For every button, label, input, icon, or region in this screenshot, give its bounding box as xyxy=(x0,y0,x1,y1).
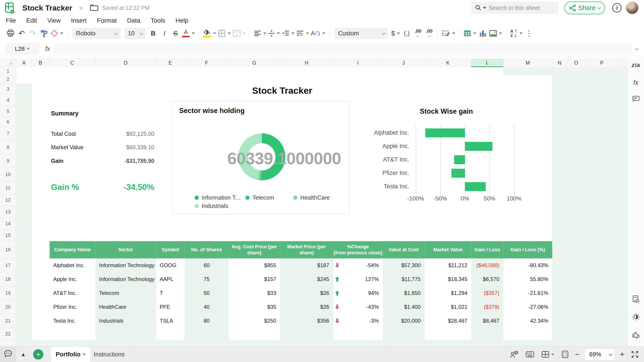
row-header-15[interactable]: 15 xyxy=(0,230,16,241)
table-cell[interactable]: HealthCare xyxy=(96,300,156,314)
row-header-13[interactable]: 13 xyxy=(0,206,16,218)
chat-gutter[interactable] xyxy=(0,346,16,362)
row-header-1[interactable]: 1 xyxy=(0,67,16,75)
sheet-tab-portfolio[interactable]: Portfolio xyxy=(51,346,90,362)
row-header-10[interactable]: 10 xyxy=(0,168,16,181)
menu-data[interactable]: Data xyxy=(127,17,140,24)
star-icon[interactable]: ★ xyxy=(78,4,84,12)
table-cell[interactable]: $250 xyxy=(228,314,280,328)
zoom-out-button[interactable]: − xyxy=(575,350,580,359)
row-header-20[interactable]: 20 xyxy=(0,300,16,314)
menu-help[interactable]: Help xyxy=(176,17,188,24)
row-header-17[interactable]: 17 xyxy=(0,258,16,272)
text-color-button[interactable]: A xyxy=(182,27,195,40)
table-cell[interactable]: $35 xyxy=(228,300,280,314)
row-header-11[interactable]: 11 xyxy=(0,181,16,194)
table-cell[interactable]: $18,345 xyxy=(425,272,471,286)
row-header-18[interactable]: 18 xyxy=(0,272,16,286)
italic-button[interactable]: I xyxy=(160,27,169,40)
column-header-L[interactable]: L xyxy=(471,59,503,67)
table-cell[interactable]: 55.80% xyxy=(503,272,552,286)
holdings-table[interactable]: Company NameSectorSymbolNo. of SharesAvg… xyxy=(50,241,552,328)
row-header-21[interactable]: 21 xyxy=(0,314,16,328)
table-cell[interactable]: Tesla Inc. xyxy=(50,314,96,328)
fit-to-screen-icon[interactable] xyxy=(562,350,568,358)
column-headers[interactable]: ABCDEFGHIJKLMNOP xyxy=(0,59,628,67)
zoom-level-select[interactable]: 69% xyxy=(584,348,615,360)
table-cell[interactable]: $33 xyxy=(228,286,280,300)
table-row[interactable]: Pfizer Inc.HealthCarePFE40$35$26-43%$1,4… xyxy=(50,300,552,314)
table-cell[interactable]: Telecom xyxy=(96,286,156,300)
search-options-caret[interactable] xyxy=(483,7,486,9)
table-cell[interactable]: -27.06% xyxy=(503,300,552,314)
collaborators-icon[interactable] xyxy=(510,350,518,358)
increase-decimal-button[interactable]: .00→ xyxy=(424,27,434,40)
table-cell[interactable]: ($357) xyxy=(471,286,503,300)
strikethrough-button[interactable]: S xyxy=(171,27,180,40)
menu-file[interactable]: File xyxy=(6,17,16,24)
app-logo-icon[interactable] xyxy=(5,2,15,15)
column-header-K[interactable]: K xyxy=(425,59,471,67)
table-cell[interactable]: $1,650 xyxy=(383,286,425,300)
row-header-16[interactable]: 16 xyxy=(0,241,16,258)
row-header-12[interactable]: 12 xyxy=(0,194,16,206)
column-header-A[interactable]: A xyxy=(16,59,32,67)
row-header-19[interactable]: 19 xyxy=(0,286,16,300)
column-header-F[interactable]: F xyxy=(185,59,228,67)
table-cell[interactable]: -43% xyxy=(333,300,383,314)
folder-icon[interactable] xyxy=(90,4,98,12)
column-header-B[interactable]: B xyxy=(32,59,49,67)
table-row[interactable]: AT&T Inc.TelecomT50$33$2694%$1,650$1,294… xyxy=(50,286,552,300)
search-input[interactable] xyxy=(489,5,552,12)
column-header-C[interactable]: C xyxy=(49,59,96,67)
row-header-3[interactable]: 3 xyxy=(0,84,16,95)
table-cell[interactable]: $1,021 xyxy=(425,300,471,314)
undo-button[interactable]: ↶ xyxy=(17,27,26,40)
table-cell[interactable]: ($379) xyxy=(471,300,503,314)
user-avatar[interactable] xyxy=(626,1,639,14)
fullscreen-icon[interactable] xyxy=(631,350,639,358)
table-cell[interactable]: 127% xyxy=(333,272,383,286)
table-cell[interactable]: Information Technology xyxy=(96,272,156,286)
zia-assistant-icon[interactable]: zia xyxy=(632,62,640,69)
table-cell[interactable]: $11,212 xyxy=(425,258,471,272)
row-header-22[interactable]: 22 xyxy=(0,328,16,340)
table-cell[interactable]: Information Technology xyxy=(96,258,156,272)
row-header-6[interactable]: 6 xyxy=(0,117,16,127)
table-cell[interactable]: 80 xyxy=(185,314,228,328)
table-cell[interactable]: $26 xyxy=(280,300,333,314)
menu-edit[interactable]: Edit xyxy=(26,17,37,24)
menu-format[interactable]: Format xyxy=(97,17,117,24)
print-button[interactable] xyxy=(6,27,15,40)
menu-insert[interactable]: Insert xyxy=(71,17,87,24)
table-cell[interactable]: PFE xyxy=(156,300,185,314)
table-row[interactable]: Alphabet Inc.Information TechnologyGOOG6… xyxy=(50,258,552,272)
table-cell[interactable]: $28,467 xyxy=(425,314,471,328)
menu-tools[interactable]: Tools xyxy=(150,17,165,24)
column-header-G[interactable]: G xyxy=(228,59,280,67)
row-header-2[interactable]: 2 xyxy=(0,75,16,84)
table-cell[interactable]: AAPL xyxy=(156,272,185,286)
stock-gain-chart[interactable]: Stock Wise gain Alphabet Inc.Apple Inc.A… xyxy=(325,105,555,210)
sheet-tab-instructions[interactable]: Instructions xyxy=(94,346,125,362)
erase-format-button[interactable] xyxy=(50,27,63,40)
add-sheet-button[interactable]: + xyxy=(33,349,44,359)
keyboard-shortcuts-icon[interactable] xyxy=(526,351,534,357)
row-header-5[interactable]: 5 xyxy=(0,106,16,117)
column-header-N[interactable]: N xyxy=(552,59,567,67)
formula-input[interactable] xyxy=(54,43,631,55)
comma-format-button[interactable]: (,) xyxy=(402,27,412,40)
column-header-J[interactable]: J xyxy=(383,59,425,67)
table-cell[interactable]: $1,400 xyxy=(383,300,425,314)
font-family-select[interactable]: Roboto xyxy=(72,28,121,39)
table-cell[interactable]: 60 xyxy=(185,258,228,272)
table-cell[interactable]: $20,000 xyxy=(383,314,425,328)
formula-bar-expand-icon[interactable] xyxy=(635,47,639,50)
table-cell[interactable]: AT&T Inc. xyxy=(50,286,96,300)
table-cell[interactable]: $8,467 xyxy=(471,314,503,328)
row-header-8[interactable]: 8 xyxy=(0,141,16,154)
table-cell[interactable]: 40 xyxy=(185,300,228,314)
zoom-in-button[interactable]: + xyxy=(620,350,624,359)
feedback-icon[interactable] xyxy=(632,331,640,340)
more-options-button[interactable]: ⋮ xyxy=(524,27,534,40)
